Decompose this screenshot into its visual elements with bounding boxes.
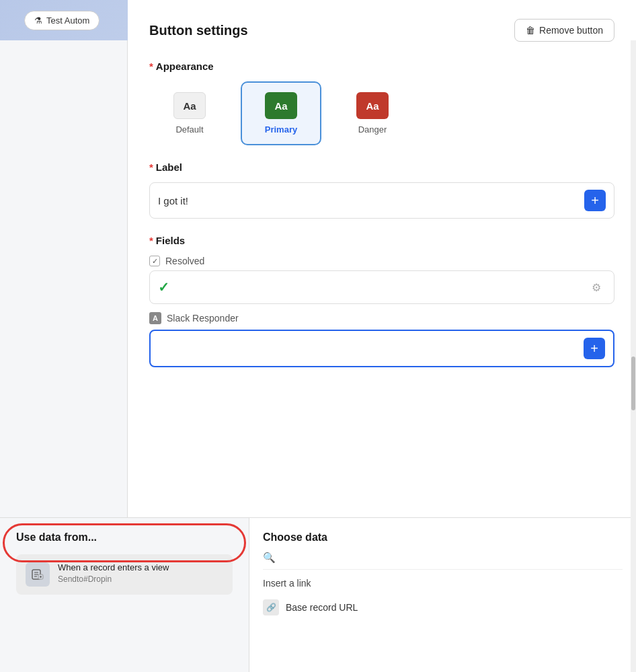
aa-primary-text: Aa xyxy=(274,100,287,112)
record-title: When a record enters a view xyxy=(58,562,169,572)
aa-default-box: Aa xyxy=(173,92,206,119)
record-icon-svg xyxy=(31,568,44,581)
aa-danger-box: Aa xyxy=(356,92,389,119)
appearance-option-danger[interactable]: Aa Danger xyxy=(332,81,413,145)
fields-section-header: * Fields xyxy=(149,235,614,246)
slack-field-icon: A xyxy=(149,312,161,324)
test-automation-button[interactable]: ⚗ Test Autom xyxy=(24,11,100,30)
appearance-option-primary[interactable]: Aa Primary xyxy=(241,81,321,145)
label-section: * Label + xyxy=(149,161,614,219)
checkbox-check-icon: ✓ xyxy=(152,257,158,266)
label-section-header: * Label xyxy=(149,161,614,173)
choose-data-panel: Choose data 🔍 Insert a link 🔗 Base recor… xyxy=(249,518,636,672)
resolved-value-checkmark: ✓ xyxy=(158,279,169,295)
link-symbol: 🔗 xyxy=(266,603,276,612)
base-record-item[interactable]: 🔗 Base record URL xyxy=(263,597,623,618)
remove-button[interactable]: 🗑 Remove button xyxy=(514,19,614,42)
slack-plus-icon: + xyxy=(590,341,598,357)
appearance-danger-label: Danger xyxy=(358,124,387,135)
slack-field-header: A Slack Responder xyxy=(149,312,614,324)
record-subtitle: Sendto#Dropin xyxy=(58,574,169,584)
link-icon: 🔗 xyxy=(263,599,279,615)
choose-data-title: Choose data xyxy=(263,531,623,544)
scrollbar-thumb[interactable] xyxy=(631,357,635,410)
slack-plus-button[interactable]: + xyxy=(584,338,605,359)
remove-button-label: Remove button xyxy=(539,25,603,36)
label-input[interactable] xyxy=(158,195,584,207)
choose-data-search-input[interactable] xyxy=(280,552,623,563)
fields-required-star: * xyxy=(149,235,153,246)
appearance-options: Aa Default Aa Primary Aa Danger xyxy=(149,81,614,145)
panel-title: Button settings xyxy=(149,23,248,38)
bottom-split-area: Use data from... When a record enters a … xyxy=(0,517,636,672)
fields-section: * Fields ✓ Resolved ✓ ⚙ A Slack Respond xyxy=(149,235,614,367)
aa-primary-box: Aa xyxy=(265,92,297,119)
flask-icon: ⚗ xyxy=(34,15,42,26)
field-item-slack-responder: A Slack Responder + xyxy=(149,312,614,367)
label-input-row: + xyxy=(149,182,614,219)
record-icon xyxy=(26,562,50,587)
plus-icon: + xyxy=(591,193,599,209)
aa-danger-text: Aa xyxy=(366,100,379,112)
label-plus-button[interactable]: + xyxy=(584,190,606,211)
required-star: * xyxy=(149,61,153,72)
appearance-default-label: Default xyxy=(175,124,203,135)
gear-icon: ⚙ xyxy=(592,281,601,294)
field-resolved-value-row: ✓ ⚙ xyxy=(149,270,614,304)
field-item-resolved: ✓ Resolved ✓ ⚙ xyxy=(149,256,614,304)
appearance-section: * Appearance Aa Default Aa Primary xyxy=(149,61,614,145)
search-input-row: 🔍 xyxy=(263,552,623,570)
label-section-title: Label xyxy=(156,161,182,173)
appearance-section-label: * Appearance xyxy=(149,61,614,72)
slack-input-row[interactable]: + xyxy=(149,330,614,367)
label-required-star: * xyxy=(149,161,153,173)
field-resolved-name: Resolved xyxy=(165,256,204,266)
insert-link-label: Insert a link xyxy=(263,578,623,589)
field-gear-button[interactable]: ⚙ xyxy=(587,278,606,297)
use-data-label: Use data from... xyxy=(16,531,233,544)
panel-header: Button settings 🗑 Remove button xyxy=(149,19,614,42)
trash-icon: 🗑 xyxy=(526,25,535,36)
record-text: When a record enters a view Sendto#Dropi… xyxy=(58,562,169,584)
base-record-url-label: Base record URL xyxy=(286,602,358,613)
fields-section-title: Fields xyxy=(156,235,185,246)
appearance-option-default[interactable]: Aa Default xyxy=(149,81,230,145)
search-icon: 🔍 xyxy=(263,552,276,564)
aa-default-text: Aa xyxy=(183,100,196,112)
slack-field-label: Slack Responder xyxy=(167,313,239,324)
test-autom-label: Test Autom xyxy=(46,15,89,26)
use-data-panel: Use data from... When a record enters a … xyxy=(0,518,249,672)
record-item[interactable]: When a record enters a view Sendto#Dropi… xyxy=(16,554,233,595)
appearance-label-text: Appearance xyxy=(156,61,214,72)
field-resolved-checkbox[interactable]: ✓ xyxy=(149,256,160,266)
appearance-primary-label: Primary xyxy=(265,124,297,135)
scrollbar-track xyxy=(631,40,636,672)
field-resolved-header: ✓ Resolved xyxy=(149,256,614,266)
